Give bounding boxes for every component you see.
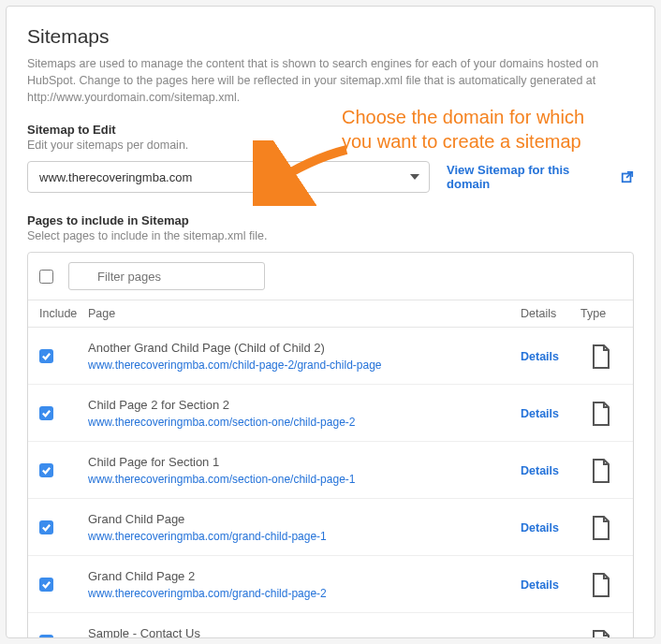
col-type: Type [580, 307, 622, 320]
col-page: Page [88, 307, 521, 320]
page-row-title: Another Grand Child Page (Child of Child… [88, 341, 521, 355]
page-type-icon [580, 344, 622, 369]
view-sitemap-label: View Sitemap for this domain [447, 163, 615, 191]
col-include: Include [39, 307, 88, 320]
details-link[interactable]: Details [521, 407, 559, 420]
pages-table: Include Page Details Type Another Grand … [27, 252, 634, 638]
table-row: Another Grand Child Page (Child of Child… [28, 328, 633, 385]
details-link[interactable]: Details [521, 636, 559, 638]
table-row: Child Page for Section 1www.therecoverin… [28, 442, 633, 499]
include-checkbox[interactable] [39, 406, 53, 420]
filter-pages-input[interactable] [68, 262, 265, 290]
table-row: Grand Child Page 2www.therecoveringmba.c… [28, 556, 633, 613]
page-type-icon [580, 573, 622, 597]
page-row-url[interactable]: www.therecoveringmba.com/section-one/chi… [88, 473, 521, 486]
table-row: Child Page 2 for Section 2www.therecover… [28, 385, 633, 442]
external-link-icon [621, 170, 634, 183]
details-link[interactable]: Details [521, 464, 559, 477]
page-row-url[interactable]: www.therecoveringmba.com/section-one/chi… [88, 416, 521, 429]
page-row-title: Sample - Contact Us [88, 626, 521, 638]
page-type-icon [580, 630, 622, 638]
domain-dropdown-value: www.therecoveringmba.com [39, 170, 192, 184]
pages-include-sub: Select pages to include in the sitemap.x… [27, 229, 634, 242]
page-row-url[interactable]: www.therecoveringmba.com/child-page-2/gr… [88, 359, 521, 372]
page-type-icon [580, 459, 622, 483]
details-link[interactable]: Details [521, 350, 559, 363]
sitemap-to-edit-label: Sitemap to Edit [27, 123, 634, 137]
page-row-url[interactable]: www.therecoveringmba.com/grand-child-pag… [88, 530, 521, 543]
domain-row: www.therecoveringmba.com View Sitemap fo… [27, 161, 634, 193]
sitemaps-panel: Sitemaps Sitemaps are used to manage the… [6, 6, 655, 638]
details-link[interactable]: Details [521, 521, 559, 534]
col-details: Details [521, 307, 580, 320]
pages-include-label: Pages to include in Sitemap [27, 213, 634, 227]
page-title: Sitemaps [27, 25, 634, 48]
details-link[interactable]: Details [521, 578, 559, 592]
page-row-title: Grand Child Page 2 [88, 569, 521, 583]
page-row-title: Child Page for Section 1 [88, 455, 521, 469]
table-row: Grand Child Pagewww.therecoveringmba.com… [28, 499, 633, 556]
page-description: Sitemaps are used to manage the content … [27, 55, 634, 106]
page-row-title: Grand Child Page [88, 512, 521, 526]
sitemap-to-edit-sub: Edit your sitemaps per domain. [27, 139, 634, 152]
include-checkbox[interactable] [39, 578, 53, 592]
page-row-title: Child Page 2 for Section 2 [88, 398, 521, 412]
filter-row [28, 253, 633, 300]
table-row: Sample - Contact Uswww.therecoveringmba.… [28, 613, 633, 638]
include-checkbox[interactable] [39, 520, 53, 534]
include-checkbox[interactable] [39, 349, 53, 363]
chevron-down-icon [410, 174, 419, 180]
page-row-url[interactable]: www.therecoveringmba.com/grand-child-pag… [88, 587, 521, 600]
table-header: Include Page Details Type [28, 300, 633, 328]
include-checkbox[interactable] [39, 463, 53, 477]
page-type-icon [580, 402, 622, 426]
select-all-checkbox[interactable] [39, 270, 53, 284]
view-sitemap-link[interactable]: View Sitemap for this domain [447, 163, 634, 191]
page-type-icon [580, 516, 622, 540]
include-checkbox[interactable] [39, 635, 53, 638]
domain-dropdown[interactable]: www.therecoveringmba.com [27, 161, 430, 193]
